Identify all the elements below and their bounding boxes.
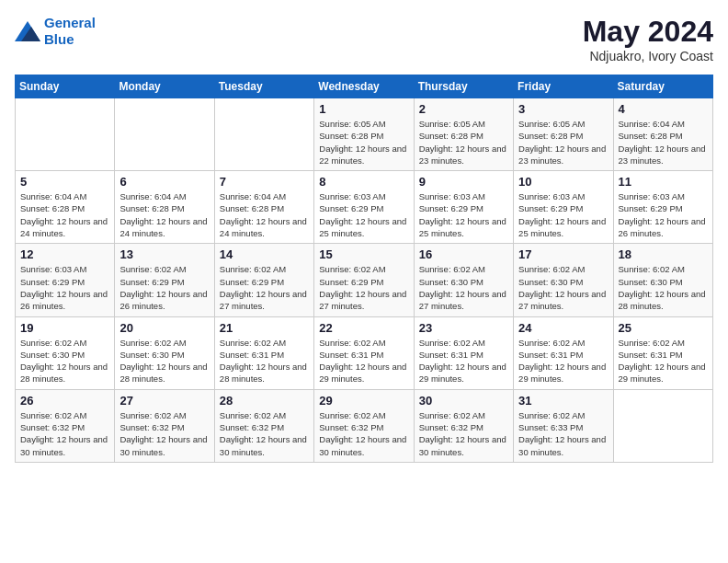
day-info-1: Sunrise: 6:05 AM Sunset: 6:28 PM Dayligh…	[319, 118, 408, 167]
day-cell-21: 21Sunrise: 6:02 AM Sunset: 6:31 PM Dayli…	[214, 316, 313, 389]
day-cell-14: 14Sunrise: 6:02 AM Sunset: 6:29 PM Dayli…	[214, 244, 313, 316]
week-row-5: 26Sunrise: 6:02 AM Sunset: 6:32 PM Dayli…	[16, 389, 713, 462]
day-number-17: 17	[518, 247, 608, 261]
day-number-3: 3	[518, 102, 608, 116]
day-number-20: 20	[119, 321, 209, 335]
calendar-table: SundayMondayTuesdayWednesdayThursdayFrid…	[15, 75, 713, 463]
day-cell-16: 16Sunrise: 6:02 AM Sunset: 6:30 PM Dayli…	[414, 244, 513, 316]
day-cell-7: 7Sunrise: 6:04 AM Sunset: 6:28 PM Daylig…	[214, 171, 313, 244]
day-cell-29: 29Sunrise: 6:02 AM Sunset: 6:32 PM Dayli…	[314, 389, 414, 462]
day-number-21: 21	[220, 321, 309, 335]
day-info-9: Sunrise: 6:03 AM Sunset: 6:29 PM Dayligh…	[419, 190, 508, 239]
day-info-22: Sunrise: 6:02 AM Sunset: 6:31 PM Dayligh…	[319, 337, 408, 385]
day-number-10: 10	[518, 175, 608, 189]
empty-cell	[613, 389, 712, 462]
day-cell-4: 4Sunrise: 6:04 AM Sunset: 6:28 PM Daylig…	[613, 98, 712, 171]
day-info-31: Sunrise: 6:02 AM Sunset: 6:33 PM Dayligh…	[518, 409, 608, 458]
day-cell-22: 22Sunrise: 6:02 AM Sunset: 6:31 PM Dayli…	[314, 316, 414, 389]
day-number-26: 26	[20, 394, 109, 408]
day-cell-12: 12Sunrise: 6:03 AM Sunset: 6:29 PM Dayli…	[16, 244, 115, 316]
day-info-24: Sunrise: 6:02 AM Sunset: 6:31 PM Dayligh…	[518, 337, 608, 385]
header-wednesday: Wednesday	[314, 75, 414, 98]
day-number-4: 4	[619, 102, 708, 116]
day-number-5: 5	[20, 175, 109, 189]
day-cell-23: 23Sunrise: 6:02 AM Sunset: 6:31 PM Dayli…	[414, 316, 513, 389]
day-cell-26: 26Sunrise: 6:02 AM Sunset: 6:32 PM Dayli…	[16, 389, 115, 462]
header-sunday: Sunday	[16, 75, 115, 98]
logo-icon	[15, 21, 40, 41]
day-number-19: 19	[20, 321, 109, 335]
day-info-16: Sunrise: 6:02 AM Sunset: 6:30 PM Dayligh…	[419, 263, 508, 312]
week-row-3: 12Sunrise: 6:03 AM Sunset: 6:29 PM Dayli…	[16, 244, 713, 316]
header-friday: Friday	[514, 75, 613, 98]
calendar-header-row: SundayMondayTuesdayWednesdayThursdayFrid…	[16, 75, 713, 98]
day-info-14: Sunrise: 6:02 AM Sunset: 6:29 PM Dayligh…	[220, 263, 309, 312]
day-info-18: Sunrise: 6:02 AM Sunset: 6:30 PM Dayligh…	[619, 263, 708, 312]
day-number-2: 2	[419, 102, 508, 116]
day-number-1: 1	[319, 102, 408, 116]
day-number-6: 6	[119, 175, 209, 189]
day-cell-24: 24Sunrise: 6:02 AM Sunset: 6:31 PM Dayli…	[514, 316, 613, 389]
day-cell-5: 5Sunrise: 6:04 AM Sunset: 6:28 PM Daylig…	[16, 171, 115, 244]
day-info-21: Sunrise: 6:02 AM Sunset: 6:31 PM Dayligh…	[220, 337, 309, 385]
day-number-13: 13	[119, 247, 209, 261]
day-info-19: Sunrise: 6:02 AM Sunset: 6:30 PM Dayligh…	[20, 337, 109, 385]
day-cell-30: 30Sunrise: 6:02 AM Sunset: 6:32 PM Dayli…	[414, 389, 513, 462]
day-number-15: 15	[319, 247, 408, 261]
day-number-30: 30	[419, 394, 508, 408]
day-cell-6: 6Sunrise: 6:04 AM Sunset: 6:28 PM Daylig…	[115, 171, 214, 244]
logo-line2: Blue	[44, 31, 74, 47]
day-cell-9: 9Sunrise: 6:03 AM Sunset: 6:29 PM Daylig…	[414, 171, 513, 244]
day-number-14: 14	[220, 247, 309, 261]
day-cell-25: 25Sunrise: 6:02 AM Sunset: 6:31 PM Dayli…	[613, 316, 712, 389]
day-info-26: Sunrise: 6:02 AM Sunset: 6:32 PM Dayligh…	[20, 409, 109, 458]
day-cell-18: 18Sunrise: 6:02 AM Sunset: 6:30 PM Dayli…	[613, 244, 712, 316]
day-cell-20: 20Sunrise: 6:02 AM Sunset: 6:30 PM Dayli…	[115, 316, 214, 389]
day-number-28: 28	[220, 394, 309, 408]
day-info-20: Sunrise: 6:02 AM Sunset: 6:30 PM Dayligh…	[119, 337, 209, 385]
day-info-6: Sunrise: 6:04 AM Sunset: 6:28 PM Dayligh…	[119, 190, 209, 239]
day-cell-31: 31Sunrise: 6:02 AM Sunset: 6:33 PM Dayli…	[514, 389, 613, 462]
day-info-7: Sunrise: 6:04 AM Sunset: 6:28 PM Dayligh…	[220, 190, 309, 239]
day-number-12: 12	[20, 247, 109, 261]
day-info-4: Sunrise: 6:04 AM Sunset: 6:28 PM Dayligh…	[619, 118, 708, 167]
day-number-7: 7	[220, 175, 309, 189]
header-monday: Monday	[115, 75, 214, 98]
day-info-29: Sunrise: 6:02 AM Sunset: 6:32 PM Dayligh…	[319, 409, 408, 458]
logo-text: General Blue	[44, 15, 96, 48]
day-cell-1: 1Sunrise: 6:05 AM Sunset: 6:28 PM Daylig…	[314, 98, 414, 171]
logo-line1: General	[44, 15, 96, 30]
day-cell-11: 11Sunrise: 6:03 AM Sunset: 6:29 PM Dayli…	[613, 171, 712, 244]
week-row-4: 19Sunrise: 6:02 AM Sunset: 6:30 PM Dayli…	[16, 316, 713, 389]
day-cell-17: 17Sunrise: 6:02 AM Sunset: 6:30 PM Dayli…	[514, 244, 613, 316]
day-cell-19: 19Sunrise: 6:02 AM Sunset: 6:30 PM Dayli…	[16, 316, 115, 389]
calendar-title: May 2024	[583, 15, 713, 49]
day-info-12: Sunrise: 6:03 AM Sunset: 6:29 PM Dayligh…	[20, 263, 109, 312]
empty-cell	[214, 98, 313, 171]
day-number-31: 31	[518, 394, 608, 408]
day-info-17: Sunrise: 6:02 AM Sunset: 6:30 PM Dayligh…	[518, 263, 608, 312]
day-info-28: Sunrise: 6:02 AM Sunset: 6:32 PM Dayligh…	[220, 409, 309, 458]
calendar-subtitle: Ndjuakro, Ivory Coast	[583, 49, 713, 63]
day-cell-27: 27Sunrise: 6:02 AM Sunset: 6:32 PM Dayli…	[115, 389, 214, 462]
header-thursday: Thursday	[414, 75, 513, 98]
day-number-16: 16	[419, 247, 508, 261]
day-info-11: Sunrise: 6:03 AM Sunset: 6:29 PM Dayligh…	[619, 190, 708, 239]
day-number-11: 11	[619, 175, 708, 189]
page-header: General Blue May 2024 Ndjuakro, Ivory Co…	[15, 15, 713, 63]
logo: General Blue	[15, 15, 96, 48]
day-cell-3: 3Sunrise: 6:05 AM Sunset: 6:28 PM Daylig…	[514, 98, 613, 171]
day-info-25: Sunrise: 6:02 AM Sunset: 6:31 PM Dayligh…	[619, 337, 708, 385]
day-info-5: Sunrise: 6:04 AM Sunset: 6:28 PM Dayligh…	[20, 190, 109, 239]
week-row-1: 1Sunrise: 6:05 AM Sunset: 6:28 PM Daylig…	[16, 98, 713, 171]
header-saturday: Saturday	[613, 75, 712, 98]
day-info-27: Sunrise: 6:02 AM Sunset: 6:32 PM Dayligh…	[119, 409, 209, 458]
empty-cell	[16, 98, 115, 171]
day-cell-15: 15Sunrise: 6:02 AM Sunset: 6:29 PM Dayli…	[314, 244, 414, 316]
day-info-23: Sunrise: 6:02 AM Sunset: 6:31 PM Dayligh…	[419, 337, 508, 385]
day-info-30: Sunrise: 6:02 AM Sunset: 6:32 PM Dayligh…	[419, 409, 508, 458]
day-cell-13: 13Sunrise: 6:02 AM Sunset: 6:29 PM Dayli…	[115, 244, 214, 316]
day-info-15: Sunrise: 6:02 AM Sunset: 6:29 PM Dayligh…	[319, 263, 408, 312]
day-cell-2: 2Sunrise: 6:05 AM Sunset: 6:28 PM Daylig…	[414, 98, 513, 171]
day-info-10: Sunrise: 6:03 AM Sunset: 6:29 PM Dayligh…	[518, 190, 608, 239]
